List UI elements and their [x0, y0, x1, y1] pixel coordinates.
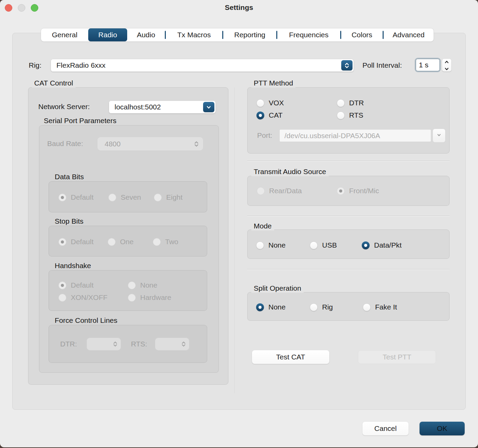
- radio-stop-bits-default: Default: [58, 238, 94, 246]
- dtr-label: DTR:: [60, 340, 77, 348]
- handshake-group: [49, 270, 207, 311]
- radio-circle: [128, 281, 136, 289]
- chevron-up-down-icon: [181, 341, 186, 347]
- serial-params-title: Serial Port Parameters: [41, 116, 119, 125]
- tab-bar: General Radio Audio Tx Macros Reporting …: [41, 28, 434, 41]
- radio-circle: [363, 303, 371, 311]
- port-label: Port:: [257, 131, 272, 140]
- port-combobox: /dev/cu.usbserial-DPA5XJ06A: [279, 129, 431, 142]
- rts-label: RTS:: [131, 340, 147, 348]
- port-dropdown-button: [433, 129, 445, 142]
- section-divider: [247, 269, 450, 270]
- tab-general[interactable]: General: [41, 28, 88, 41]
- radio-circle: [58, 294, 66, 302]
- radio-circle: [256, 99, 264, 107]
- radio-split-none[interactable]: None: [256, 303, 286, 311]
- radio-handshake-none: None: [128, 281, 157, 289]
- tab-frequencies[interactable]: Frequencies: [277, 28, 340, 41]
- radio-circle: [58, 281, 66, 289]
- force-control-lines-title: Force Control Lines: [52, 316, 120, 325]
- radio-stop-bits-one: One: [108, 238, 134, 246]
- rig-label: Rig:: [29, 61, 41, 69]
- tab-audio[interactable]: Audio: [127, 28, 165, 41]
- radio-split-fake-it[interactable]: Fake It: [363, 303, 397, 311]
- chevron-up-down-icon: [341, 60, 353, 70]
- handshake-title: Handshake: [52, 261, 93, 270]
- radio-circle: [256, 241, 264, 249]
- settings-window: Settings General Radio Audio Tx Macros R…: [0, 0, 478, 447]
- radio-circle: [337, 99, 345, 107]
- port-value: /dev/cu.usbserial-DPA5XJ06A: [284, 132, 380, 140]
- radio-circle: [256, 111, 264, 119]
- stop-bits-title: Stop Bits: [52, 217, 86, 226]
- tab-advanced[interactable]: Advanced: [384, 28, 434, 41]
- radio-handshake-hardware: Hardware: [128, 293, 171, 302]
- radio-circle: [256, 303, 264, 311]
- radio-handshake-default: Default: [58, 281, 94, 289]
- poll-interval-label: Poll Interval:: [362, 61, 402, 69]
- network-server-combobox[interactable]: localhost:5002: [109, 101, 216, 114]
- radio-circle: [108, 238, 116, 246]
- radio-circle: [58, 194, 66, 201]
- radio-circle: [337, 187, 345, 195]
- data-bits-title: Data Bits: [52, 172, 86, 181]
- radio-ptt-rts[interactable]: RTS: [337, 111, 363, 119]
- transmit-audio-title: Transmit Audio Source: [251, 167, 329, 176]
- ptt-method-group: [247, 87, 450, 154]
- test-ptt-button: Test PTT: [358, 350, 436, 364]
- radio-circle: [108, 194, 116, 201]
- rig-value: FlexRadio 6xxx: [56, 61, 106, 69]
- chevron-up-down-icon: [194, 141, 199, 147]
- network-server-label: Network Server:: [38, 103, 90, 111]
- split-operation-title: Split Operation: [251, 284, 304, 293]
- radio-data-bits-eight: Eight: [154, 193, 183, 201]
- dtr-combobox: [87, 338, 121, 351]
- cat-control-title: CAT Control: [32, 79, 76, 88]
- cancel-button[interactable]: Cancel: [362, 422, 409, 435]
- ok-button[interactable]: OK: [420, 422, 465, 435]
- radio-data-bits-default: Default: [58, 193, 94, 201]
- radio-ptt-cat[interactable]: CAT: [256, 111, 282, 119]
- chevron-up-icon: [444, 58, 449, 65]
- baud-rate-combobox: 4800: [97, 137, 203, 151]
- network-server-value: localhost:5002: [115, 103, 161, 111]
- tab-reporting[interactable]: Reporting: [223, 28, 276, 41]
- tab-tx-macros[interactable]: Tx Macros: [166, 28, 222, 41]
- radio-mode-none[interactable]: None: [256, 241, 286, 249]
- rig-combobox[interactable]: FlexRadio 6xxx: [51, 59, 354, 72]
- radio-audio-front-mic: Front/Mic: [337, 187, 379, 195]
- chevron-down-icon: [444, 66, 449, 72]
- radio-mode-data-pkt[interactable]: Data/Pkt: [362, 241, 402, 249]
- radio-split-rig[interactable]: Rig: [310, 303, 333, 311]
- test-cat-button[interactable]: Test CAT: [252, 350, 329, 364]
- radio-circle: [257, 187, 265, 195]
- radio-circle: [310, 303, 318, 311]
- chevron-down-icon: [437, 133, 441, 139]
- poll-interval-value: 1 s: [419, 61, 428, 69]
- column-divider: [235, 88, 236, 393]
- section-divider: [247, 216, 450, 216]
- chevron-down-icon: [203, 102, 214, 112]
- radio-circle: [128, 294, 136, 302]
- section-divider: [247, 161, 450, 161]
- poll-interval-stepper[interactable]: [442, 59, 451, 71]
- radio-ptt-vox[interactable]: VOX: [256, 99, 284, 107]
- radio-handshake-xonxoff: XON/XOFF: [58, 293, 107, 302]
- radio-ptt-dtr[interactable]: DTR: [337, 99, 364, 107]
- radio-audio-rear-data: Rear/Data: [257, 187, 302, 195]
- poll-interval-input[interactable]: 1 s: [415, 58, 441, 72]
- baud-rate-label: Baud Rate:: [47, 140, 83, 148]
- radio-mode-usb[interactable]: USB: [310, 241, 337, 249]
- radio-circle: [362, 241, 370, 249]
- radio-circle: [58, 238, 66, 246]
- radio-stop-bits-two: Two: [153, 238, 178, 246]
- radio-circle: [310, 241, 318, 249]
- radio-data-bits-seven: Seven: [108, 193, 141, 201]
- radio-circle: [154, 194, 162, 201]
- rts-combobox: [155, 338, 189, 351]
- ptt-method-title: PTT Method: [251, 79, 295, 88]
- radio-circle: [337, 111, 345, 119]
- tab-radio[interactable]: Radio: [88, 28, 127, 41]
- chevron-up-down-icon: [113, 341, 118, 347]
- tab-colors[interactable]: Colors: [341, 28, 383, 41]
